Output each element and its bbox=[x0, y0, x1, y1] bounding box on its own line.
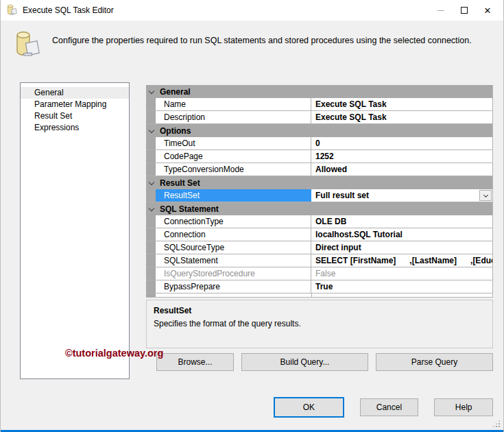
sidebar-list: GeneralParameter MappingResult SetExpres… bbox=[20, 82, 130, 379]
chevron-down-icon bbox=[149, 88, 154, 93]
grid-stub bbox=[146, 293, 493, 298]
header-description: Configure the properties required to run… bbox=[52, 36, 476, 45]
property-name[interactable]: TypeConversionMode bbox=[156, 163, 311, 176]
property-row-bypassprepare[interactable]: BypassPrepareTrue bbox=[146, 280, 492, 293]
property-value[interactable]: Full result set bbox=[311, 189, 492, 202]
property-value[interactable]: OLE DB bbox=[311, 215, 492, 228]
property-value-text: localhost.SQL Tutorial bbox=[315, 230, 403, 239]
property-value-text: Direct input bbox=[315, 243, 361, 252]
property-row-codepage[interactable]: CodePage1252 bbox=[146, 150, 492, 163]
property-value[interactable]: 0 bbox=[311, 137, 492, 149]
property-value[interactable]: Allowed bbox=[311, 163, 492, 176]
property-value[interactable]: 1252 bbox=[311, 150, 492, 163]
row-gutter bbox=[146, 254, 156, 267]
parse-query-button[interactable]: Parse Query bbox=[376, 353, 493, 371]
property-row-isquerystoredprocedure[interactable]: IsQueryStoredProcedureFalse bbox=[146, 267, 492, 280]
property-row-name[interactable]: NameExecute SQL Task bbox=[146, 98, 492, 111]
property-name[interactable]: ResultSet bbox=[156, 189, 311, 202]
property-value[interactable]: SELECT [FirstName] ,[LastName] ,[Educati bbox=[311, 254, 492, 267]
section-row-sql-statement[interactable]: SQL Statement bbox=[146, 202, 492, 215]
row-gutter bbox=[146, 189, 156, 202]
close-icon: ✕ bbox=[484, 6, 492, 15]
row-gutter bbox=[146, 228, 156, 241]
property-value[interactable]: True bbox=[311, 280, 492, 293]
chevron-down-icon bbox=[149, 205, 154, 211]
resize-grip[interactable] bbox=[492, 419, 500, 427]
query-buttons: Browse...Build Query...Parse Query bbox=[156, 353, 493, 371]
sidebar-item-expressions[interactable]: Expressions bbox=[21, 122, 129, 134]
section-row-result-set[interactable]: Result Set bbox=[146, 176, 492, 189]
property-value[interactable]: Execute SQL Task bbox=[311, 98, 492, 110]
cancel-button[interactable]: Cancel bbox=[360, 398, 419, 416]
property-name[interactable]: Name bbox=[156, 98, 311, 110]
maximize-button[interactable] bbox=[453, 0, 476, 21]
property-value[interactable]: Direct input bbox=[311, 241, 492, 254]
section-label: SQL Statement bbox=[160, 204, 219, 214]
section-label: Result Set bbox=[160, 178, 200, 188]
minimize-button bbox=[429, 0, 453, 21]
property-value[interactable]: False bbox=[311, 267, 492, 280]
property-grid: GeneralNameExecute SQL TaskDescriptionEx… bbox=[146, 85, 493, 293]
property-value-text: Execute SQL Task bbox=[315, 99, 387, 109]
property-row-description[interactable]: DescriptionExecute SQL Task bbox=[146, 111, 492, 124]
sidebar-item-result-set[interactable]: Result Set bbox=[21, 110, 129, 122]
row-gutter bbox=[146, 150, 156, 163]
property-value-text: 1252 bbox=[315, 152, 334, 161]
build-query-button[interactable]: Build Query... bbox=[241, 353, 368, 371]
property-value-text: SELECT [FirstName] ,[LastName] ,[Educati bbox=[315, 256, 492, 265]
dialog-buttons: OKCancelHelp bbox=[274, 397, 493, 418]
dropdown-button[interactable] bbox=[479, 190, 492, 201]
property-row-resultset[interactable]: ResultSetFull result set bbox=[146, 189, 492, 202]
execute-sql-task-editor-window: Execute SQL Task Editor ✕ Configure the … bbox=[0, 0, 504, 432]
property-name[interactable]: CodePage bbox=[156, 150, 311, 163]
row-gutter bbox=[146, 293, 156, 297]
browse-button[interactable]: Browse... bbox=[156, 353, 234, 371]
property-value-text: False bbox=[315, 269, 335, 278]
database-script-icon bbox=[14, 30, 40, 60]
property-name[interactable]: SQLSourceType bbox=[156, 241, 311, 254]
property-row-typeconversionmode[interactable]: TypeConversionModeAllowed bbox=[146, 163, 492, 176]
row-gutter bbox=[146, 163, 156, 176]
property-value-text: Allowed bbox=[315, 165, 347, 174]
property-value[interactable]: localhost.SQL Tutorial bbox=[311, 228, 492, 241]
chevron-down-icon bbox=[149, 179, 154, 184]
watermark: ©tutorialgateway.org bbox=[65, 348, 163, 359]
property-row-timeout[interactable]: TimeOut0 bbox=[146, 137, 492, 150]
property-name[interactable]: Connection bbox=[156, 228, 311, 241]
close-button[interactable]: ✕ bbox=[476, 0, 499, 21]
row-gutter bbox=[146, 137, 156, 149]
row-gutter bbox=[146, 280, 156, 293]
property-value-text: Execute SQL Task bbox=[315, 112, 387, 122]
sidebar-item-parameter-mapping[interactable]: Parameter Mapping bbox=[21, 99, 129, 110]
chevron-down-icon bbox=[149, 127, 154, 132]
property-description-text: Specifies the format of the query result… bbox=[154, 319, 485, 328]
property-name[interactable]: TimeOut bbox=[156, 137, 311, 149]
window-title: Execute SQL Task Editor bbox=[23, 5, 114, 15]
section-row-general[interactable]: General bbox=[146, 85, 492, 98]
ok-button[interactable]: OK bbox=[274, 397, 344, 418]
property-name[interactable]: BypassPrepare bbox=[156, 280, 311, 293]
minimize-icon bbox=[437, 10, 444, 11]
help-button[interactable]: Help bbox=[434, 398, 493, 416]
property-row-sqlstatement[interactable]: SQLStatementSELECT [FirstName] ,[LastNam… bbox=[146, 254, 492, 267]
property-row-connectiontype[interactable]: ConnectionTypeOLE DB bbox=[146, 215, 492, 228]
database-script-icon bbox=[6, 4, 18, 16]
property-row-sqlsourcetype[interactable]: SQLSourceTypeDirect input bbox=[146, 241, 492, 254]
property-name[interactable]: SQLStatement bbox=[156, 254, 311, 267]
sidebar-item-general[interactable]: General bbox=[21, 87, 129, 99]
property-name[interactable]: IsQueryStoredProcedure bbox=[156, 267, 311, 280]
property-value-text: OLE DB bbox=[315, 217, 346, 226]
property-name[interactable]: ConnectionType bbox=[156, 215, 311, 228]
property-name[interactable]: Description bbox=[156, 111, 311, 123]
property-row-connection[interactable]: Connectionlocalhost.SQL Tutorial bbox=[146, 228, 492, 241]
column-separator bbox=[311, 293, 312, 297]
section-label: Options bbox=[160, 126, 191, 136]
property-value-text: True bbox=[315, 282, 333, 291]
row-gutter bbox=[146, 215, 156, 228]
row-gutter bbox=[146, 241, 156, 254]
property-value[interactable]: Execute SQL Task bbox=[311, 111, 492, 123]
maximize-icon bbox=[461, 7, 468, 14]
row-gutter bbox=[146, 98, 156, 110]
section-row-options[interactable]: Options bbox=[146, 124, 492, 137]
property-value-text: 0 bbox=[315, 139, 320, 148]
